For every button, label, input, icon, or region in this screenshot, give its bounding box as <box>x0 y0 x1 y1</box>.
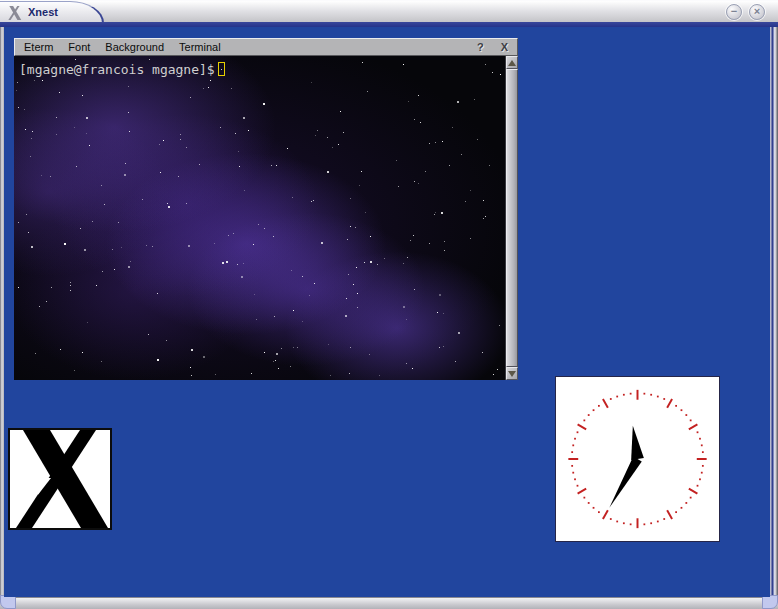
arrow-down-icon <box>508 371 516 377</box>
terminal-cursor <box>218 62 225 76</box>
window-controls: − × <box>726 4 765 20</box>
terminal-prompt-line: [mgagne@francois mgagne]$ <box>19 62 225 77</box>
eterm-close-button[interactable]: X <box>501 41 508 53</box>
window-frame-corner-right[interactable] <box>762 595 778 609</box>
menu-item-terminal[interactable]: Terminal <box>179 41 221 53</box>
arrow-up-icon <box>508 60 516 66</box>
xlogo-window <box>8 428 112 530</box>
eterm-help-button[interactable]: ? <box>477 41 484 53</box>
eterm-menubar: Eterm Font Background Terminal ? X <box>14 38 518 56</box>
menubar-right-buttons: ? X <box>477 41 508 53</box>
terminal-prompt-text: [mgagne@francois mgagne]$ <box>19 62 215 77</box>
scrollbar-thumb[interactable] <box>506 69 518 367</box>
window-title-tab[interactable]: Xnest <box>0 1 104 23</box>
scroll-up-button[interactable] <box>506 56 518 69</box>
starfield <box>14 56 518 380</box>
x-logo-graphic <box>10 430 110 528</box>
desktop-background: Eterm Font Background Terminal ? X [mgag… <box>4 27 770 597</box>
terminal-screen[interactable]: [mgagne@francois mgagne]$ <box>14 56 518 380</box>
minimize-button[interactable]: − <box>726 4 742 20</box>
xclock-window <box>555 376 720 542</box>
x-window-system-icon <box>7 6 22 20</box>
menu-item-font[interactable]: Font <box>68 41 90 53</box>
clock-face <box>556 377 719 541</box>
window-title: Xnest <box>28 6 58 19</box>
window-frame-corner-left[interactable] <box>0 595 16 609</box>
eterm-scrollbar[interactable] <box>505 56 518 380</box>
xnest-window: Xnest − × Eterm Font Background Terminal… <box>0 0 778 609</box>
window-frame-right[interactable] <box>770 27 778 597</box>
close-button[interactable]: × <box>749 4 765 20</box>
scroll-down-button[interactable] <box>506 367 518 380</box>
eterm-terminal-window: Eterm Font Background Terminal ? X [mgag… <box>14 38 518 380</box>
window-frame-bottom[interactable] <box>0 597 778 609</box>
window-titlebar[interactable]: Xnest − × <box>0 0 778 22</box>
menu-item-eterm[interactable]: Eterm <box>24 41 53 53</box>
menu-item-background[interactable]: Background <box>105 41 164 53</box>
